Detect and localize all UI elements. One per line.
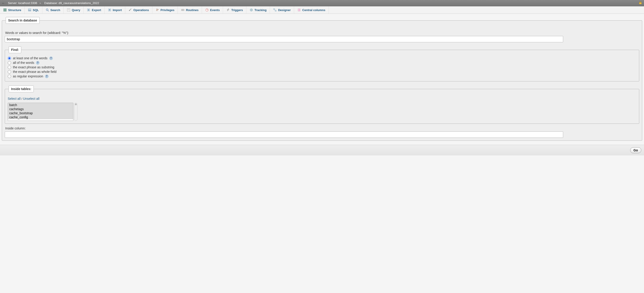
find-radio-all_of[interactable] bbox=[8, 61, 11, 64]
find-option-exact_substring[interactable]: the exact phrase as substring bbox=[8, 65, 636, 69]
help-icon[interactable]: ? bbox=[45, 75, 48, 78]
svg-rect-7 bbox=[5, 10, 6, 11]
tab-routines[interactable]: Routines bbox=[178, 6, 202, 13]
breadcrumb-database[interactable]: Database: d9_caucasustranslations_2022 bbox=[44, 1, 99, 5]
svg-point-20 bbox=[183, 9, 184, 11]
breadcrumb-server-label: Server: localhost:3306 bbox=[8, 1, 37, 5]
svg-text:SQL: SQL bbox=[28, 9, 31, 11]
find-option-at_least_one[interactable]: at least one of the words? bbox=[8, 56, 636, 60]
footer-bar: Go bbox=[0, 145, 644, 155]
breadcrumb-separator: » bbox=[40, 1, 41, 5]
svg-rect-13 bbox=[68, 9, 70, 9]
inside-tables-legend: Inside tables: bbox=[8, 85, 34, 92]
inside-column-input[interactable] bbox=[5, 131, 563, 138]
tab-central-columns[interactable]: Central columns bbox=[294, 6, 329, 13]
tab-tracking[interactable]: Tracking bbox=[246, 6, 270, 13]
search-in-database-legend: Search in database bbox=[6, 17, 40, 24]
find-option-label: the exact phrase as whole field bbox=[13, 70, 56, 73]
svg-rect-14 bbox=[68, 10, 70, 10]
unselect-all-link[interactable]: Unselect all bbox=[23, 97, 40, 100]
find-option-label: all of the words bbox=[13, 61, 34, 64]
find-option-label: as regular expression bbox=[13, 74, 43, 78]
svg-point-25 bbox=[251, 9, 252, 10]
find-legend: Find: bbox=[8, 46, 21, 53]
tab-export[interactable]: Export bbox=[84, 6, 104, 13]
find-option-all_of[interactable]: all of the words? bbox=[8, 60, 636, 65]
find-radio-regex[interactable] bbox=[8, 75, 11, 78]
tab-sql[interactable]: SQLSQL bbox=[25, 6, 42, 13]
tab-search[interactable]: Search bbox=[42, 6, 64, 13]
table-option[interactable]: cache_config bbox=[8, 115, 73, 119]
inside-tables-group: Inside tables: Select all / Unselect all… bbox=[5, 85, 639, 124]
help-icon[interactable]: ? bbox=[36, 61, 40, 64]
help-icon[interactable]: ? bbox=[49, 56, 53, 60]
table-option[interactable]: cache_bootstrap bbox=[8, 111, 73, 115]
svg-rect-26 bbox=[274, 8, 275, 10]
breadcrumb-bar: ← Server: localhost:3306 » Database: d9_… bbox=[0, 0, 644, 6]
find-radio-at_least_one[interactable] bbox=[8, 56, 11, 60]
svg-point-18 bbox=[158, 9, 158, 10]
table-option[interactable]: cachetags bbox=[8, 107, 73, 111]
find-option-label: at least one of the words bbox=[13, 56, 48, 60]
svg-rect-27 bbox=[275, 10, 276, 11]
tab-import[interactable]: Import bbox=[104, 6, 125, 13]
tab-designer[interactable]: Designer bbox=[270, 6, 294, 13]
svg-rect-3 bbox=[639, 2, 642, 4]
find-radio-exact_whole[interactable] bbox=[8, 70, 11, 73]
tab-events[interactable]: Events bbox=[202, 6, 223, 13]
svg-line-28 bbox=[275, 9, 275, 11]
inside-column-label: Inside column: bbox=[5, 126, 639, 130]
scrollbar-thumb[interactable] bbox=[75, 103, 77, 105]
search-in-database-group: Search in database Words or values to se… bbox=[2, 17, 642, 141]
svg-rect-4 bbox=[4, 8, 5, 10]
find-group: Find: at least one of the words?all of t… bbox=[5, 46, 639, 81]
tab-triggers[interactable]: Triggers bbox=[223, 6, 246, 13]
svg-rect-6 bbox=[4, 10, 5, 11]
svg-line-11 bbox=[48, 10, 49, 11]
svg-point-10 bbox=[46, 9, 48, 11]
svg-point-19 bbox=[182, 9, 183, 11]
breadcrumb-server[interactable]: Server: localhost:3306 bbox=[7, 1, 37, 5]
search-words-input[interactable] bbox=[5, 36, 563, 42]
table-option[interactable]: batch bbox=[8, 103, 73, 107]
tab-operations[interactable]: Operations bbox=[125, 6, 152, 13]
svg-rect-5 bbox=[5, 8, 6, 10]
tab-privileges[interactable]: Privileges bbox=[152, 6, 178, 13]
tab-structure[interactable]: Structure bbox=[0, 6, 25, 13]
select-all-link[interactable]: Select all bbox=[8, 97, 20, 100]
breadcrumb-database-label: Database: d9_caucasustranslations_2022 bbox=[44, 1, 99, 5]
find-option-exact_whole[interactable]: the exact phrase as whole field bbox=[8, 69, 636, 74]
back-arrow-icon[interactable]: ← bbox=[2, 1, 5, 5]
svg-rect-30 bbox=[299, 9, 300, 11]
find-option-regex[interactable]: as regular expression? bbox=[8, 74, 636, 78]
words-label: Words or values to search for (wildcard:… bbox=[5, 31, 639, 35]
tab-query[interactable]: Query bbox=[64, 6, 84, 13]
lock-icon[interactable] bbox=[638, 1, 642, 5]
find-radio-exact_substring[interactable] bbox=[8, 66, 11, 69]
tab-bar: Structure SQLSQL Search Query Export Imp… bbox=[0, 6, 644, 14]
go-button[interactable]: Go bbox=[630, 147, 641, 153]
svg-point-17 bbox=[156, 9, 158, 10]
tables-multiselect[interactable]: batchcachetagscache_bootstrapcache_confi… bbox=[8, 103, 73, 121]
scrollbar[interactable] bbox=[74, 103, 78, 121]
find-option-label: the exact phrase as substring bbox=[13, 65, 54, 69]
